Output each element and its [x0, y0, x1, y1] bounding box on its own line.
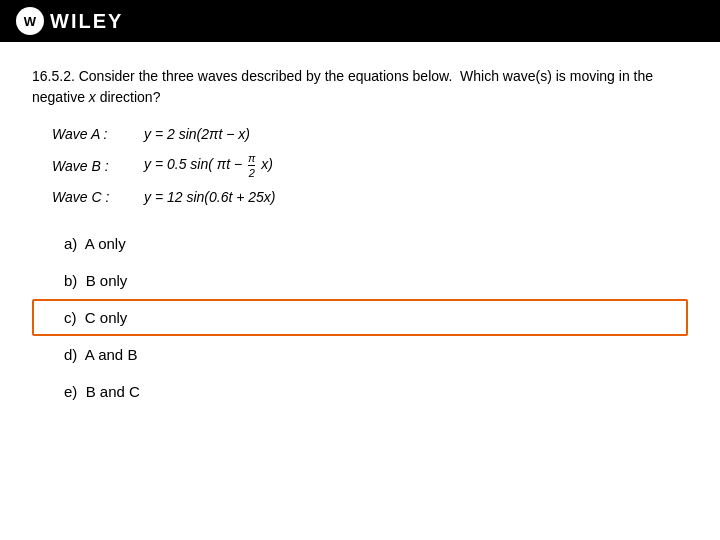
question-text: 16.5.2. Consider the three waves describ… [32, 66, 688, 108]
wave-b-equation: y = 0.5 sin( πt − π 2 x) [144, 152, 273, 179]
answer-c-label: c) C only [64, 309, 127, 326]
answer-e[interactable]: e) B and C [32, 373, 688, 410]
wave-c-row: Wave C : y = 12 sin(0.6t + 25x) [52, 189, 668, 205]
answer-e-label: e) B and C [64, 383, 140, 400]
equations-block: Wave A : y = 2 sin(2πt − x) Wave B : y =… [32, 126, 688, 205]
logo-icon: W [16, 7, 44, 35]
wiley-logo: W WILEY [16, 7, 123, 35]
answer-a-label: a) A only [64, 235, 126, 252]
answers-block: a) A only b) B only c) C only d) A and B… [32, 225, 688, 410]
question-body: Consider the three waves described by th… [32, 68, 653, 105]
answer-d-label: d) A and B [64, 346, 137, 363]
answer-d[interactable]: d) A and B [32, 336, 688, 373]
header: W WILEY [0, 0, 720, 42]
wave-b-fraction: π 2 [248, 152, 255, 179]
wave-a-equation: y = 2 sin(2πt − x) [144, 126, 250, 142]
answer-b-label: b) B only [64, 272, 127, 289]
wave-a-row: Wave A : y = 2 sin(2πt − x) [52, 126, 668, 142]
logo-text: WILEY [50, 10, 123, 33]
answer-b[interactable]: b) B only [32, 262, 688, 299]
answer-a[interactable]: a) A only [32, 225, 688, 262]
wave-c-equation: y = 12 sin(0.6t + 25x) [144, 189, 276, 205]
wave-c-label: Wave C : [52, 189, 132, 205]
svg-text:W: W [24, 14, 37, 29]
wave-b-row: Wave B : y = 0.5 sin( πt − π 2 x) [52, 152, 668, 179]
main-content: 16.5.2. Consider the three waves describ… [0, 42, 720, 434]
question-number: 16.5.2. [32, 68, 75, 84]
wave-a-label: Wave A : [52, 126, 132, 142]
wave-b-label: Wave B : [52, 158, 132, 174]
answer-c[interactable]: c) C only [32, 299, 688, 336]
